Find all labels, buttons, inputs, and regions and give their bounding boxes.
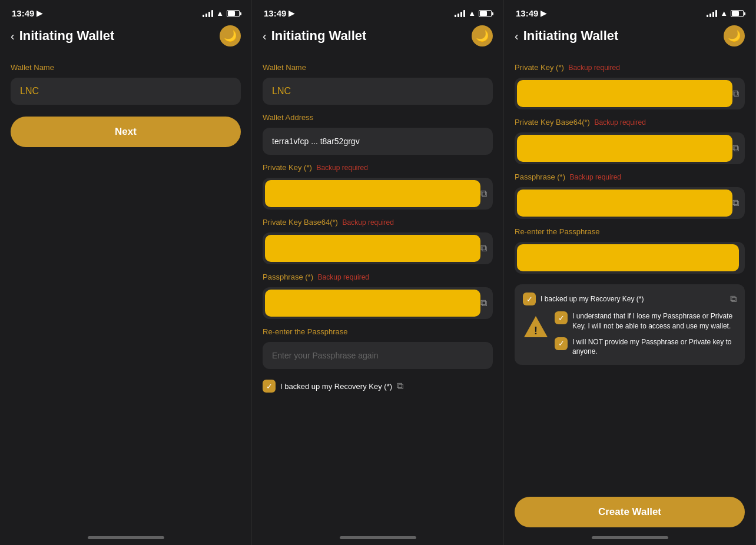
understand-checkbox[interactable]: ✓ [555, 311, 568, 324]
passphrase-label-3: Passphrase (*) Backup required [515, 172, 745, 181]
status-icons-3: ▲ [707, 9, 744, 18]
wallet-name-label: Wallet Name [11, 63, 241, 72]
recovery-key-checkbox-3[interactable]: ✓ [523, 293, 536, 305]
wallet-address-field[interactable]: terra1vfcp ... t8ar52grgv [263, 128, 493, 155]
status-bar-2: 13:49 ▶ ▲ [252, 0, 503, 23]
copy-base64-icon[interactable]: ⧉ [480, 243, 487, 254]
private-key-label: Private Key (*) Backup required [263, 163, 493, 172]
passphrase-label: Passphrase (*) Backup required [263, 272, 493, 281]
screen2-content: Wallet Name LNC Wallet Address terra1vfc… [252, 54, 503, 531]
wifi-icon-3: ▲ [720, 9, 728, 18]
reenter-passphrase-field[interactable]: Enter your Passphrase again [263, 342, 493, 369]
recovery-key-label-3: I backed up my Recovery Key (*) [541, 295, 725, 303]
reenter-passphrase-section-3: Re-enter the Passphrase [515, 227, 745, 274]
wallet-name-field-2[interactable]: LNC [263, 78, 493, 105]
status-time-area-2: 13:49 ▶ [264, 8, 294, 18]
passphrase-field[interactable]: ⧉ [263, 287, 493, 319]
next-button[interactable]: Next [11, 117, 241, 147]
location-icon-2: ▶ [289, 9, 294, 18]
copy-private-key-icon-3[interactable]: ⧉ [732, 88, 739, 99]
time-display-3: 13:49 [516, 8, 538, 18]
reenter-passphrase-label: Re-enter the Passphrase [263, 327, 493, 336]
status-time-area-3: 13:49 ▶ [516, 8, 546, 18]
not-share-label: I will NOT provide my Passphrase or Priv… [572, 337, 737, 357]
recovery-key-checkbox[interactable]: ✓ [263, 380, 276, 393]
home-indicator-3 [592, 536, 668, 539]
create-wallet-button[interactable]: Create Wallet [515, 497, 745, 527]
checkboxes-stack: ✓ I understand that if I lose my Passphr… [555, 311, 737, 357]
copy-recovery-icon[interactable]: ⧉ [397, 381, 403, 391]
copy-recovery-icon-3[interactable]: ⧉ [730, 294, 737, 304]
back-button-2[interactable]: ‹ [263, 29, 267, 43]
signal-icon-2 [455, 10, 465, 17]
time-display: 13:49 [12, 8, 34, 18]
app-logo-3: 🌙 [724, 25, 745, 46]
private-key-base64-section-3: Private Key Base64(*) Backup required ⧉ [515, 118, 745, 164]
battery-icon-2 [479, 10, 492, 17]
status-time-area: 13:49 ▶ [12, 8, 42, 18]
header-2: ‹ Initiating Wallet 🌙 [252, 23, 503, 54]
passphrase-section: Passphrase (*) Backup required ⧉ [263, 272, 493, 319]
passphrase-section-3: Passphrase (*) Backup required ⧉ [515, 172, 745, 219]
warning-triangle-icon: ! [523, 314, 549, 340]
private-key-section-3: Private Key (*) Backup required ⧉ [515, 63, 745, 109]
wallet-name-section-2: Wallet Name LNC [263, 63, 493, 105]
screen-1: 13:49 ▶ ▲ ‹ Initiating Wallet 🌙 Wallet N… [0, 0, 252, 545]
location-icon-3: ▶ [541, 9, 546, 18]
wallet-name-value: LNC [20, 86, 39, 96]
copy-passphrase-icon-3[interactable]: ⧉ [732, 198, 739, 208]
copy-base64-icon-3[interactable]: ⧉ [732, 143, 739, 154]
svg-text:!: ! [534, 325, 538, 337]
screen-3: 13:49 ▶ ▲ ‹ Initiating Wallet 🌙 [504, 0, 756, 545]
page-title-3: Initiating Wallet [523, 28, 619, 44]
status-bar-1: 13:49 ▶ ▲ [0, 0, 251, 23]
app-logo-2: 🌙 [472, 25, 493, 46]
header-1: ‹ Initiating Wallet 🌙 [0, 23, 251, 54]
warning-icon-area: ! [523, 311, 549, 342]
wallet-name-section: Wallet Name LNC [11, 63, 241, 105]
private-key-field[interactable]: ⧉ [263, 178, 493, 210]
header-3: ‹ Initiating Wallet 🌙 [504, 23, 755, 54]
status-bar-3: 13:49 ▶ ▲ [504, 0, 755, 23]
back-button-3[interactable]: ‹ [515, 29, 519, 43]
not-share-row: ✓ I will NOT provide my Passphrase or Pr… [555, 337, 737, 357]
private-key-base64-field[interactable]: ⧉ [263, 232, 493, 264]
page-title-2: Initiating Wallet [271, 28, 367, 44]
reenter-passphrase-field-3[interactable] [515, 242, 745, 274]
reenter-passphrase-section: Re-enter the Passphrase Enter your Passp… [263, 327, 493, 369]
page-title-1: Initiating Wallet [19, 28, 115, 44]
time-display-2: 13:49 [264, 8, 286, 18]
signal-icon [203, 10, 213, 17]
home-indicator-1 [88, 536, 164, 539]
wifi-icon: ▲ [216, 9, 224, 18]
wallet-name-field[interactable]: LNC [11, 78, 241, 105]
reenter-passphrase-label-3: Re-enter the Passphrase [515, 227, 745, 236]
wifi-icon-2: ▲ [468, 9, 476, 18]
signal-icon-3 [707, 10, 717, 17]
copy-private-key-icon[interactable]: ⧉ [480, 188, 487, 199]
not-share-checkbox[interactable]: ✓ [555, 337, 568, 350]
private-key-label-3: Private Key (*) Backup required [515, 63, 745, 72]
battery-icon-3 [731, 10, 744, 17]
wallet-name-value-2: LNC [272, 86, 291, 96]
wallet-name-label-2: Wallet Name [263, 63, 493, 72]
app-logo-1: 🌙 [220, 25, 241, 46]
screen3-content: Private Key (*) Backup required ⧉ Privat… [504, 54, 755, 545]
home-indicator-2 [340, 536, 416, 539]
recovery-key-row: ✓ I backed up my Recovery Key (*) ⧉ [263, 377, 493, 393]
understand-row: ✓ I understand that if I lose my Passphr… [555, 311, 737, 331]
screen1-content: Wallet Name LNC Next [0, 54, 251, 531]
private-key-base64-field-3[interactable]: ⧉ [515, 132, 745, 164]
understand-label: I understand that if I lose my Passphras… [572, 311, 737, 331]
private-key-section: Private Key (*) Backup required ⧉ [263, 163, 493, 210]
copy-passphrase-icon[interactable]: ⧉ [480, 298, 487, 308]
passphrase-field-3[interactable]: ⧉ [515, 187, 745, 219]
acknowledgement-section: ✓ I backed up my Recovery Key (*) ⧉ ! ✓ [515, 284, 745, 365]
back-button-1[interactable]: ‹ [11, 29, 15, 43]
private-key-field-3[interactable]: ⧉ [515, 78, 745, 109]
battery-icon [227, 10, 240, 17]
wallet-address-section: Wallet Address terra1vfcp ... t8ar52grgv [263, 113, 493, 155]
warning-checkboxes-row: ! ✓ I understand that if I lose my Passp… [523, 311, 737, 357]
wallet-address-label: Wallet Address [263, 113, 493, 122]
location-icon: ▶ [37, 9, 42, 18]
